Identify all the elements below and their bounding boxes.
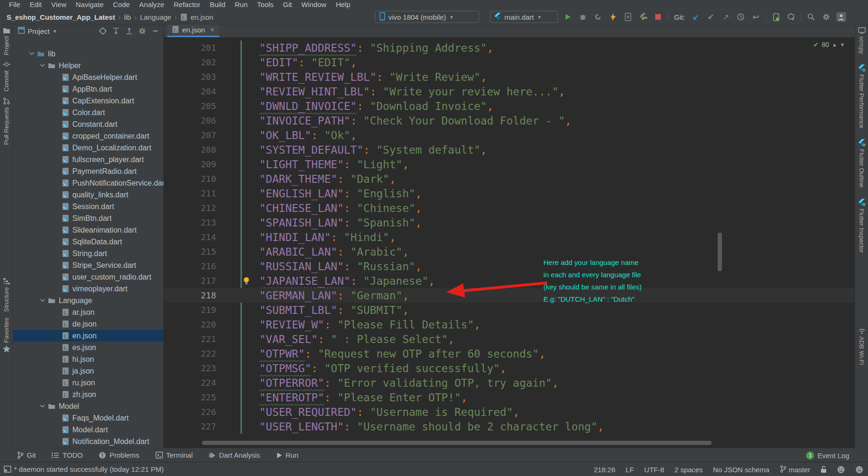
toolwindow-toggle-icon[interactable]: [4, 466, 11, 474]
code-area[interactable]: 201"SHIPP_ADDRESS": "Shipping Address",2…: [164, 40, 855, 434]
hot-reload-icon[interactable]: [608, 12, 618, 22]
git-push-icon[interactable]: ↗: [721, 12, 731, 22]
tree-item-ja-json[interactable]: {..ja.json: [13, 365, 163, 377]
chevron-down-icon[interactable]: [39, 405, 46, 408]
tree-item-lib[interactable]: lib: [13, 48, 163, 60]
horizontal-scrollbar-thumb[interactable]: [202, 441, 712, 445]
expand-all-icon[interactable]: [111, 26, 121, 36]
caret-position[interactable]: 218:26: [594, 466, 615, 474]
tree-item-faqs_model-dart[interactable]: Faqs_Model.dart: [13, 412, 163, 424]
tree-item-fullscreen_player-dart[interactable]: fullscreen_player.dart: [13, 154, 163, 165]
menu-git[interactable]: Git: [279, 0, 296, 9]
chevron-down-icon[interactable]: [39, 64, 46, 67]
stripe-button-flutter-inspector[interactable]: Flutter Inspector: [855, 196, 868, 256]
hide-icon[interactable]: [150, 26, 161, 36]
intention-bulb-icon[interactable]: [243, 277, 250, 287]
tree-item-language[interactable]: Language: [13, 295, 163, 306]
stripe-button-adb-wi-fi[interactable]: ADB Wi-Fi: [855, 325, 868, 368]
sdk-manager-icon[interactable]: [786, 12, 796, 22]
tree-item-paymentradio-dart[interactable]: PaymentRadio.dart: [13, 165, 163, 177]
line-separator[interactable]: LF: [626, 466, 634, 474]
tree-item-zh-json[interactable]: {..zh.json: [13, 389, 163, 400]
menu-refactor[interactable]: Refactor: [170, 0, 205, 9]
chevron-down-icon[interactable]: [28, 52, 35, 55]
search-icon[interactable]: [806, 12, 816, 22]
menu-tools[interactable]: Tools: [253, 0, 278, 9]
tree-item-model-dart[interactable]: Model.dart: [13, 424, 163, 436]
stripe-button-favorites[interactable]: Favorites: [0, 315, 13, 355]
happy-face-icon[interactable]: [837, 466, 845, 474]
stripe-button-scrcpy[interactable]: scrcpy: [855, 24, 868, 57]
stripe-button-project[interactable]: Project: [0, 24, 13, 58]
tree-item-capextension-dart[interactable]: CapExtension.dart: [13, 95, 163, 107]
unlock-icon[interactable]: [821, 466, 827, 473]
tree-item-model[interactable]: Model: [13, 400, 163, 412]
tree-item-constant-dart[interactable]: Constant.dart: [13, 118, 163, 130]
settings-icon[interactable]: [821, 12, 831, 22]
breadcrumb[interactable]: S_eshop_Customer_App_Latest›lib›Language…: [7, 9, 213, 24]
git-branch-widget[interactable]: master: [780, 465, 810, 474]
tree-item-appbtn-dart[interactable]: AppBtn.dart: [13, 83, 163, 95]
toolwindow-button-git[interactable]: Git: [17, 451, 36, 459]
toolwindow-button-dart-analysis[interactable]: Dart Analysis: [209, 451, 260, 459]
tab-en-json[interactable]: {.. en.json ✕: [167, 24, 219, 37]
tree-item-slideanimation-dart[interactable]: Slideanimation.dart: [13, 224, 163, 236]
stripe-button-pull-requests[interactable]: Pull Requests: [0, 94, 13, 148]
tree-item-en-json[interactable]: {..en.json: [13, 330, 163, 342]
chevron-down-icon[interactable]: [39, 299, 46, 302]
menu-file[interactable]: File: [5, 0, 24, 9]
sad-face-icon[interactable]: [855, 466, 863, 474]
menu-view[interactable]: View: [47, 0, 70, 9]
project-panel-title[interactable]: Project: [28, 27, 50, 35]
vertical-scrollbar-thumb[interactable]: [718, 233, 722, 271]
tree-item-pushnotificationservice-dart[interactable]: PushNotificationService.dart: [13, 177, 163, 189]
tree-item-ar-json[interactable]: {..ar.json: [13, 306, 163, 318]
toolwindow-button-run[interactable]: Run: [276, 451, 299, 459]
profile-icon[interactable]: [593, 12, 603, 22]
git-commit-icon[interactable]: ✔: [705, 12, 716, 22]
device-manager-icon[interactable]: [771, 12, 781, 22]
tree-item-string-dart[interactable]: String.dart: [13, 248, 163, 259]
avatar[interactable]: [836, 12, 846, 22]
git-rollback-icon[interactable]: ↩: [751, 12, 761, 22]
stop-icon[interactable]: [653, 12, 663, 22]
tree-item-quality_links-dart[interactable]: quality_links.dart: [13, 189, 163, 201]
run-config-selector[interactable]: main.dart ▼: [490, 11, 558, 23]
stripe-button-structure[interactable]: Structure: [0, 274, 13, 315]
breadcrumb-item[interactable]: Language: [140, 13, 171, 21]
menu-navigate[interactable]: Navigate: [71, 0, 108, 9]
toolwindow-button-todo[interactable]: TODO: [52, 451, 83, 459]
tree-item-demo_localization-dart[interactable]: Demo_Localization.dart: [13, 142, 163, 154]
tree-item-es-json[interactable]: {..es.json: [13, 342, 163, 353]
breadcrumb-item[interactable]: lib: [124, 13, 131, 21]
tree-item-color-dart[interactable]: Color.dart: [13, 107, 163, 118]
tree-item-user_custom_radio-dart[interactable]: user_custom_radio.dart: [13, 271, 163, 283]
tree-item-session-dart[interactable]: Session.dart: [13, 201, 163, 212]
stripe-button-flutter-performance[interactable]: Flutter Performance: [855, 62, 868, 131]
toolwindow-button-problems[interactable]: Problems: [99, 451, 139, 459]
collapse-all-icon[interactable]: [124, 26, 134, 36]
tree-item-sqlitedata-dart[interactable]: SqliteData.dart: [13, 236, 163, 248]
menu-build[interactable]: Build: [205, 0, 229, 9]
tree-item-ru-json[interactable]: {..ru.json: [13, 377, 163, 389]
editor-body[interactable]: 201"SHIPP_ADDRESS": "Shipping Address",2…: [164, 38, 855, 448]
tree-item-de-json[interactable]: {..de.json: [13, 318, 163, 330]
device-selector[interactable]: vivo 1804 (mobile) ▼: [375, 11, 479, 23]
stripe-button-flutter-outline[interactable]: Flutter Outline: [855, 136, 868, 190]
git-update-icon[interactable]: ↙: [690, 12, 701, 22]
indent-setting[interactable]: 2 spaces: [674, 466, 703, 474]
inspections-widget[interactable]: ✔ 80 ▲ ▼: [813, 40, 845, 49]
hot-restart-icon[interactable]: [623, 12, 633, 22]
menu-help[interactable]: Help: [332, 0, 355, 9]
toolwindow-button-terminal[interactable]: Terminal: [155, 451, 193, 459]
menu-edit[interactable]: Edit: [25, 0, 46, 9]
git-history-icon[interactable]: [736, 12, 746, 22]
debug-icon[interactable]: [578, 12, 588, 22]
chevron-up-icon[interactable]: ▲: [832, 42, 837, 47]
menu-analyze[interactable]: Analyze: [135, 0, 168, 9]
breadcrumb-item[interactable]: S_eshop_Customer_App_Latest: [7, 13, 115, 21]
run-icon[interactable]: [563, 12, 573, 22]
chevron-down-icon[interactable]: ▼: [840, 42, 845, 47]
event-log-button[interactable]: 1 Event Log: [806, 448, 849, 462]
file-encoding[interactable]: UTF-8: [644, 466, 665, 474]
